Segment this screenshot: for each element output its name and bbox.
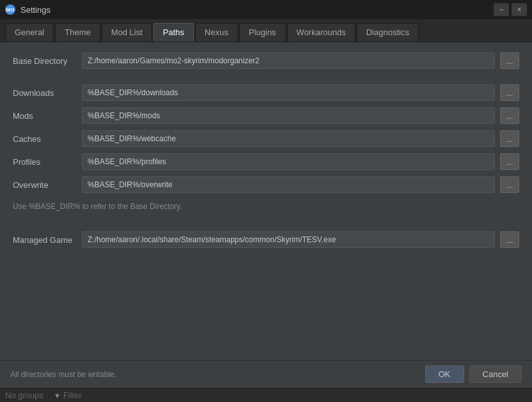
downloads-label: Downloads <box>13 88 77 98</box>
close-button[interactable]: × <box>512 3 527 16</box>
title-bar: MO Settings − × <box>0 0 532 19</box>
tab-workarounds[interactable]: Workarounds <box>287 23 356 42</box>
window-title: Settings <box>20 5 51 15</box>
managed-game-input[interactable] <box>82 231 495 248</box>
bottom-bar: All directories must be writable. OK Can… <box>0 360 532 388</box>
title-bar-left: MO Settings <box>5 4 51 15</box>
mods-browse-btn[interactable]: ... <box>500 107 519 124</box>
tab-diagnostics[interactable]: Diagnostics <box>357 23 419 42</box>
profiles-label: Profiles <box>13 157 77 167</box>
base-directory-browse-btn[interactable]: ... <box>500 52 519 69</box>
ok-button[interactable]: OK <box>425 366 464 383</box>
mods-row: Mods ... <box>13 107 519 124</box>
caches-input[interactable] <box>82 130 495 147</box>
profiles-input[interactable] <box>82 153 495 170</box>
managed-game-row: Managed Game ... <box>13 231 519 248</box>
mods-label: Mods <box>13 111 77 121</box>
overwrite-input[interactable] <box>82 176 495 193</box>
app-icon: MO <box>5 4 15 15</box>
filter-label: Filter <box>63 390 82 400</box>
status-filter: ▼ Filter <box>54 390 82 400</box>
overwrite-label: Overwrite <box>13 180 77 190</box>
profiles-browse-btn[interactable]: ... <box>500 153 519 170</box>
base-directory-row: Base Directory ... <box>13 52 519 69</box>
profiles-row: Profiles ... <box>13 153 519 170</box>
tab-plugins[interactable]: Plugins <box>239 23 286 42</box>
downloads-input[interactable] <box>82 84 495 101</box>
base-directory-input[interactable] <box>82 52 495 69</box>
filter-icon: ▼ <box>54 392 61 399</box>
managed-game-label: Managed Game <box>13 235 77 245</box>
cancel-button[interactable]: Cancel <box>469 366 522 383</box>
tab-theme[interactable]: Theme <box>55 23 100 42</box>
caches-row: Caches ... <box>13 130 519 147</box>
separator-1 <box>13 75 519 84</box>
separator-2 <box>13 219 519 231</box>
tab-modlist[interactable]: Mod List <box>102 23 152 42</box>
dialog-buttons: OK Cancel <box>425 366 522 383</box>
overwrite-browse-btn[interactable]: ... <box>500 176 519 193</box>
caches-browse-btn[interactable]: ... <box>500 130 519 147</box>
overwrite-row: Overwrite ... <box>13 176 519 193</box>
managed-game-browse-btn[interactable]: ... <box>500 231 519 248</box>
window-controls: − × <box>494 3 527 16</box>
mods-input[interactable] <box>82 107 495 124</box>
tab-nexus[interactable]: Nexus <box>195 23 238 42</box>
downloads-browse-btn[interactable]: ... <box>500 84 519 101</box>
caches-label: Caches <box>13 134 77 144</box>
tab-paths[interactable]: Paths <box>153 23 194 42</box>
minimize-button[interactable]: − <box>494 3 509 16</box>
tab-general[interactable]: General <box>5 23 54 42</box>
base-dir-hint: Use %BASE_DIR% to refer to the Base Dire… <box>13 202 519 211</box>
downloads-row: Downloads ... <box>13 84 519 101</box>
status-bar: No groups ▼ Filter <box>0 388 532 402</box>
tabs-bar: General Theme Mod List Paths Nexus Plugi… <box>0 19 532 42</box>
main-content: Base Directory ... Downloads ... Mods ..… <box>0 42 532 360</box>
base-directory-label: Base Directory <box>13 56 77 66</box>
status-no-groups: No groups <box>5 390 43 400</box>
footer-hint: All directories must be writable. <box>10 370 116 379</box>
